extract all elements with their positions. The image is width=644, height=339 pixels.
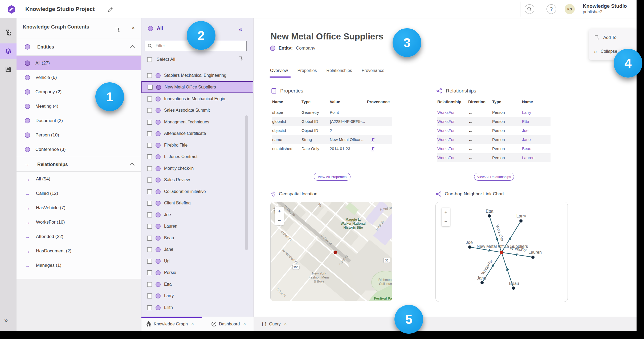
item-checkbox[interactable]	[147, 96, 152, 102]
avatar[interactable]: KS	[565, 4, 575, 14]
item-checkbox[interactable]	[147, 247, 152, 252]
relationship-link[interactable]: WorksFor	[437, 126, 455, 135]
item-checkbox[interactable]	[147, 236, 152, 241]
entity-link[interactable]: Larry	[522, 108, 531, 117]
list-item[interactable]: Uri	[141, 255, 253, 267]
sidebar-item-hasdocument[interactable]: → HasDocument (2)	[17, 244, 141, 258]
provenance-flag-icon[interactable]	[371, 146, 376, 155]
view-tab-knowledge-graph[interactable]: Knowledge Graph ×	[146, 317, 194, 331]
list-item[interactable]: Persie	[141, 267, 253, 279]
relationship-link[interactable]: WorksFor	[437, 153, 455, 162]
item-checkbox[interactable]	[147, 108, 152, 113]
collapse-relationships-icon[interactable]	[130, 163, 134, 167]
item-checkbox[interactable]	[147, 154, 152, 159]
view-all-properties-button[interactable]: View All Properties	[314, 173, 350, 181]
graph-node[interactable]	[519, 219, 523, 223]
sidebar-item-vehicle[interactable]: Vehicle (6)	[17, 70, 141, 85]
add-new-icon[interactable]	[115, 27, 120, 34]
close-tab-icon[interactable]: ×	[283, 321, 287, 327]
graph-center-node[interactable]	[500, 251, 503, 254]
relationship-link[interactable]: WorksFor	[437, 108, 455, 117]
view-tab-query[interactable]: { } Query ×	[262, 317, 287, 331]
edit-title-icon[interactable]	[107, 6, 113, 13]
help-button[interactable]: ?	[547, 4, 556, 14]
item-checkbox[interactable]	[147, 120, 152, 125]
sidebar-item-hasvehicle[interactable]: → HasVehicle (7)	[17, 201, 141, 215]
graph-node[interactable]	[488, 214, 491, 217]
entity-link[interactable]: Etta	[522, 117, 529, 126]
list-item[interactable]: Client Briefing	[141, 197, 253, 209]
item-checkbox[interactable]	[147, 259, 152, 264]
item-checkbox[interactable]	[147, 293, 152, 298]
sidebar-item-attended[interactable]: → Attended (22)	[17, 229, 141, 244]
relationship-link[interactable]: WorksFor	[437, 117, 455, 126]
tab-provenance[interactable]: Provenance	[362, 68, 384, 75]
list-item[interactable]: Jane	[141, 244, 253, 255]
list-item[interactable]: Joe	[141, 209, 253, 221]
entity-link[interactable]: Joe	[522, 126, 528, 135]
data-model-tool-button[interactable]	[0, 25, 17, 40]
entities-section-header[interactable]: Entities	[17, 38, 141, 55]
sidebar-item-called[interactable]: → Called (12)	[17, 186, 141, 201]
add-new-icon[interactable]	[238, 56, 243, 62]
zoom-in-button[interactable]: +	[442, 208, 450, 217]
search-button[interactable]	[525, 4, 534, 14]
tab-overview[interactable]: Overview	[270, 68, 288, 75]
relationship-link[interactable]: WorksFor	[437, 144, 455, 153]
link-chart[interactable]: WorksFor WorksFor WorksFor Etta Larry Jo…	[435, 202, 568, 302]
sidebar-item-worksfor[interactable]: → WorksFor (10)	[17, 215, 141, 229]
select-all-row[interactable]: Select All	[147, 54, 175, 65]
graph-node[interactable]	[468, 245, 471, 249]
graph-node[interactable]	[531, 256, 535, 259]
item-checkbox[interactable]	[148, 85, 153, 90]
view-all-relationships-button[interactable]: View All Relationships	[474, 173, 514, 181]
item-checkbox[interactable]	[147, 305, 152, 310]
close-panel-icon[interactable]: ×	[132, 25, 135, 31]
item-checkbox[interactable]	[147, 212, 152, 217]
geospatial-map[interactable]: k Rd W Clay St Sa N 3rd St N 4th St arsh…	[270, 202, 392, 301]
graph-node[interactable]	[480, 281, 484, 284]
scrollbar[interactable]	[245, 115, 248, 250]
item-checkbox[interactable]	[147, 166, 152, 171]
tab-relationships[interactable]: Relationships	[327, 68, 352, 75]
item-checkbox[interactable]	[147, 143, 152, 148]
save-tool-button[interactable]	[0, 62, 17, 77]
list-item[interactable]: Etta	[141, 279, 253, 290]
zoom-in-button[interactable]: +	[275, 207, 284, 216]
item-checkbox[interactable]	[147, 224, 152, 229]
list-item[interactable]: Innovations in Mechanical Engin...	[141, 93, 253, 105]
add-to-button[interactable]: Add To	[594, 34, 617, 42]
list-item[interactable]: L. Jones Contract	[141, 151, 253, 163]
list-item[interactable]: Managment Techniques	[141, 116, 253, 128]
sidebar-item-document[interactable]: Document (2)	[17, 114, 141, 128]
view-tab-dashboard[interactable]: Dashboard ×	[211, 317, 246, 331]
list-item-selected[interactable]: New Metal Office Suppliers	[141, 81, 253, 93]
list-item[interactable]: Beau	[141, 232, 253, 244]
sidebar-item-rel-all[interactable]: → All (54)	[17, 172, 141, 186]
contents-tool-button[interactable]	[0, 43, 17, 59]
list-item[interactable]: Lauren	[141, 220, 253, 232]
item-checkbox[interactable]	[147, 73, 152, 78]
sidebar-item-person[interactable]: Person (10)	[17, 128, 141, 142]
relationship-link[interactable]: WorksFor	[437, 135, 455, 144]
entity-link[interactable]: Jane	[522, 135, 531, 144]
item-checkbox[interactable]	[147, 282, 152, 287]
list-item[interactable]: Montly check-in	[141, 163, 253, 174]
list-item[interactable]: Sales Associate Summit	[141, 104, 253, 116]
graph-node[interactable]	[512, 286, 515, 290]
select-all-checkbox[interactable]	[147, 57, 152, 62]
entity-link[interactable]: Lauren	[522, 153, 535, 162]
list-item[interactable]: Lilith	[141, 302, 253, 313]
list-item[interactable]: Collaboration initiative	[141, 186, 253, 197]
relationships-section-header[interactable]: → Relationships	[17, 156, 141, 173]
list-item[interactable]: Sales Review	[141, 174, 253, 186]
list-item[interactable]: Staplers Mechanical Engineering	[141, 70, 253, 81]
item-checkbox[interactable]	[147, 270, 152, 275]
sidebar-item-conference[interactable]: Conference (3)	[17, 142, 141, 157]
close-tab-icon[interactable]: ×	[242, 321, 246, 327]
item-checkbox[interactable]	[147, 201, 152, 206]
list-item[interactable]: Larry	[141, 290, 253, 302]
collapse-panel-icon[interactable]: «	[239, 26, 242, 33]
collapse-button[interactable]: » Collapse	[594, 47, 617, 55]
item-checkbox[interactable]	[147, 131, 152, 136]
